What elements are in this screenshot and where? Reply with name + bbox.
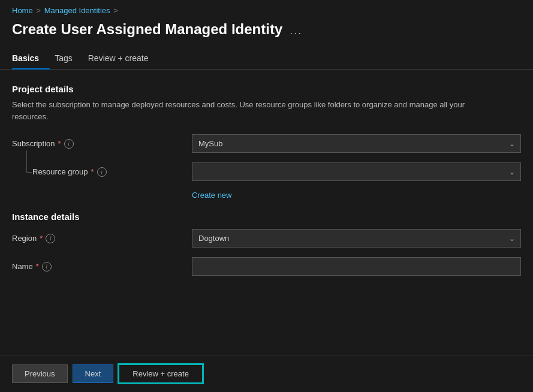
region-select-wrapper: Dogtown ⌄ (192, 229, 521, 248)
project-details-title: Project details (12, 84, 521, 94)
subscription-row: Subscription * i MySub ⌄ (12, 134, 521, 153)
name-label: Name * i (12, 262, 192, 272)
region-required: * (40, 234, 43, 243)
tabs-row: Basics Tags Review + create (0, 47, 533, 70)
instance-details-section: Instance details (12, 212, 521, 222)
breadcrumb-managed-identities[interactable]: Managed Identities (44, 6, 110, 15)
resource-group-select-wrapper: ⌄ (192, 162, 521, 181)
create-new-link[interactable]: Create new (192, 191, 521, 200)
breadcrumb: Home > Managed Identities > (0, 0, 533, 19)
subscription-info-icon[interactable]: i (64, 139, 74, 149)
resource-group-control: ⌄ (192, 162, 521, 181)
next-button[interactable]: Next (73, 364, 114, 383)
tab-tags[interactable]: Tags (55, 47, 83, 69)
breadcrumb-sep2: > (114, 7, 118, 15)
subscription-control: MySub ⌄ (192, 134, 521, 153)
region-select[interactable]: Dogtown (192, 229, 521, 248)
page-container: Home > Managed Identities > Create User … (0, 0, 533, 392)
resource-group-info-icon[interactable]: i (97, 167, 107, 177)
name-control (192, 257, 521, 276)
name-required: * (36, 262, 39, 271)
resource-group-row: Resource group * i ⌄ (26, 162, 521, 181)
resource-group-required: * (91, 167, 94, 176)
name-input[interactable] (192, 257, 521, 276)
page-title-row: Create User Assigned Managed Identity ..… (0, 19, 533, 47)
name-row: Name * i (12, 257, 521, 276)
resource-group-label: Resource group * i (26, 167, 192, 177)
footer: Previous Next Review + create (0, 355, 533, 392)
name-info-icon[interactable]: i (42, 262, 52, 272)
instance-details-title: Instance details (12, 212, 521, 222)
project-details-section: Project details Select the subscription … (12, 84, 521, 122)
region-row: Region * i Dogtown ⌄ (12, 229, 521, 248)
region-control: Dogtown ⌄ (192, 229, 521, 248)
subscription-required: * (58, 139, 61, 148)
breadcrumb-sep1: > (37, 7, 41, 15)
subscription-select[interactable]: MySub (192, 134, 521, 153)
project-details-desc: Select the subscription to manage deploy… (12, 99, 468, 122)
previous-button[interactable]: Previous (12, 364, 68, 383)
main-content: Project details Select the subscription … (0, 70, 533, 355)
tab-basics[interactable]: Basics (12, 47, 50, 69)
region-label: Region * i (12, 234, 192, 243)
review-create-button[interactable]: Review + create (118, 364, 203, 384)
page-title: Create User Assigned Managed Identity (12, 21, 282, 38)
breadcrumb-home[interactable]: Home (12, 6, 33, 15)
ellipsis-button[interactable]: ... (290, 25, 302, 37)
subscription-label: Subscription * i (12, 139, 192, 149)
resource-group-select[interactable] (192, 162, 521, 181)
tab-review-create[interactable]: Review + create (88, 47, 159, 69)
subscription-select-wrapper: MySub ⌄ (192, 134, 521, 153)
region-info-icon[interactable]: i (46, 234, 55, 243)
